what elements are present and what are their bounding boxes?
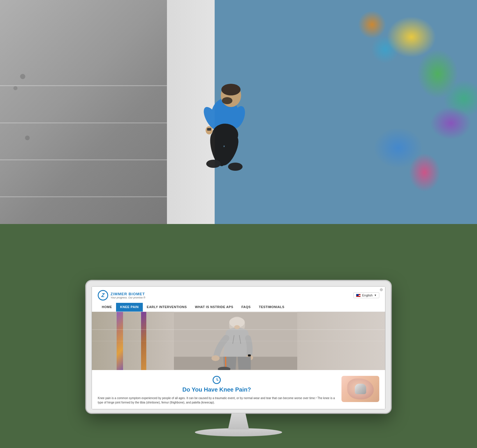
section-title: Do You Have Knee Pain? [98,386,336,393]
section-body: Knee pain is a common symptom experience… [98,396,336,405]
logo-area: Z ZIMMER BIOMET Your progress. Our promi… [98,290,145,301]
svg-point-22 [234,325,240,329]
nav-home[interactable]: HOME [98,303,116,312]
flag-icon [356,294,361,297]
screen-dot [380,288,383,291]
svg-rect-21 [248,354,251,356]
clock-icon-wrapper [98,376,336,384]
chevron-down-icon: ▼ [374,294,377,297]
language-label: English [362,294,373,297]
content-left: Do You Have Knee Pain? Knee pain is a co… [98,376,336,405]
content-right [341,376,379,405]
company-tagline: Your progress. Our promise.® [111,296,145,299]
content-area: Do You Have Knee Pain? Knee pain is a co… [92,370,385,409]
nav-what-is-nstride[interactable]: WHAT IS nSTRIDE APS [191,303,237,312]
site-header: Z ZIMMER BIOMET Your progress. Our promi… [92,287,385,312]
monitor-stand-base [195,428,282,436]
clock-icon [213,376,221,384]
nav-early-interventions[interactable]: EARLY INTERVENTIONS [143,303,191,312]
monitor-body: Z ZIMMER BIOMET Your progress. Our promi… [86,280,391,413]
navigation-bar: HOME KNEE PAIN EARLY INTERVENTIONS WHAT … [98,303,379,312]
monitor-screen: Z ZIMMER BIOMET Your progress. Our promi… [92,286,385,409]
monitor-stand-neck [221,413,256,429]
language-selector[interactable]: English ▼ [353,292,379,298]
hero-image [92,312,385,370]
company-name: ZIMMER BIOMET [111,292,145,296]
zimmer-biomet-logo-icon: Z [98,290,108,301]
runner-figure [119,12,334,234]
svg-point-11 [228,163,243,171]
knee-implant-shape [355,384,366,394]
knee-illustration [341,376,379,402]
logo-text: ZIMMER BIOMET Your progress. Our promise… [111,292,145,299]
svg-rect-12 [207,128,211,131]
svg-point-19 [211,355,220,361]
clock-hand-horizontal [217,380,218,381]
nav-testimonials[interactable]: TESTIMONIALS [255,303,289,312]
svg-point-10 [206,160,221,168]
svg-point-3 [222,97,232,104]
logo-row: Z ZIMMER BIOMET Your progress. Our promi… [98,290,379,301]
flag-union [356,294,359,296]
svg-point-2 [221,84,241,95]
monitor-wrapper: Z ZIMMER BIOMET Your progress. Our promi… [79,280,398,436]
top-background [0,0,477,246]
nav-knee-pain[interactable]: KNEE PAIN [116,303,143,312]
nav-faqs[interactable]: FAQs [237,303,255,312]
